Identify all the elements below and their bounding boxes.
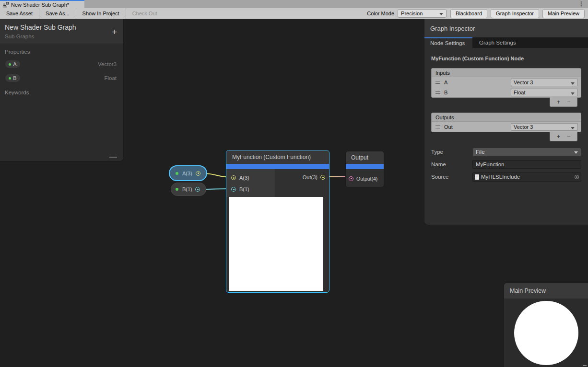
chevron-down-icon (439, 13, 443, 15)
main-preview-toggle-button[interactable]: Main Preview (542, 9, 585, 18)
chevron-down-icon (571, 127, 575, 129)
property-node-b[interactable]: B(1) (171, 183, 206, 196)
blackboard-property-row-b[interactable]: B Float (5, 74, 123, 82)
remove-output-button[interactable]: − (567, 133, 571, 139)
property-b-output-port[interactable] (195, 187, 200, 192)
add-input-button[interactable]: + (556, 99, 560, 105)
myfunction-input-b-row: B(1) (226, 184, 275, 195)
main-preview-panel: Main Preview (504, 283, 588, 367)
tab-graph-settings[interactable]: Graph Settings (472, 37, 523, 48)
property-pill-b[interactable]: B (5, 74, 21, 82)
blackboard-header[interactable]: New Shader Sub Graph Sub Graphs + (0, 19, 123, 44)
output-node-title[interactable]: Output (346, 151, 384, 164)
color-mode-label: Color Mode (367, 11, 394, 16)
input-b-name: B (444, 90, 447, 95)
exposed-dot-icon (9, 63, 11, 66)
blackboard-subtitle: Sub Graphs (5, 34, 123, 39)
color-mode-dropdown[interactable]: Precision (398, 9, 447, 18)
source-value: MyHLSLInclude (481, 174, 520, 180)
object-picker-icon[interactable] (575, 175, 579, 179)
myfunction-input-a-label: A(3) (239, 175, 249, 181)
graph-inspector-title[interactable]: Graph Inspector (424, 19, 588, 37)
graph-canvas[interactable]: A(3) B(1) MyFunction (Custom Function) A… (0, 19, 588, 367)
save-as-button[interactable]: Save As... (39, 8, 76, 19)
drag-handle-icon[interactable] (435, 91, 440, 94)
document-tab[interactable]: New Shader Sub Graph* (0, 0, 84, 8)
output-node[interactable]: Output Output(4) (345, 151, 384, 187)
outputs-list: Outputs Out Vector 3 (431, 113, 581, 132)
type-label: Type (431, 149, 472, 155)
type-value: File (476, 149, 485, 155)
blackboard-toggle-button[interactable]: Blackboard (450, 9, 487, 18)
remove-input-button[interactable]: − (567, 99, 571, 105)
type-field-row: Type File (431, 147, 581, 157)
property-node-a-label: A(3) (182, 171, 192, 176)
shader-graph-icon (3, 2, 9, 8)
inspector-node-heading: MyFunction (Custom Function) Node (431, 56, 581, 61)
add-property-button[interactable]: + (112, 28, 117, 36)
graph-inspector-toggle-button[interactable]: Graph Inspector (491, 9, 539, 18)
output-node-port-label: Output(4) (356, 176, 377, 182)
property-b-type: Float (104, 75, 117, 81)
outputs-list-header: Outputs (432, 113, 581, 122)
add-output-button[interactable]: + (556, 133, 560, 139)
properties-section-label: Properties (0, 49, 123, 55)
myfunction-outputs-column: Out(3) (275, 169, 329, 197)
drag-handle-icon[interactable] (435, 81, 440, 84)
myfunction-node-title[interactable]: MyFunction (Custom Function) (226, 150, 329, 164)
myfunction-input-b-port[interactable] (231, 187, 236, 192)
myfunction-inputs-column: A(3) B(1) (226, 169, 275, 197)
inspector-content: MyFunction (Custom Function) Node Inputs… (424, 56, 588, 182)
node-accent-strip (346, 164, 384, 169)
exposed-dot-icon (9, 77, 11, 80)
inputs-row-b[interactable]: B Float (432, 87, 581, 97)
input-a-type-dropdown[interactable]: Vector 3 (511, 79, 578, 86)
show-in-project-button[interactable]: Show In Project (76, 8, 126, 19)
output-node-input-port[interactable] (349, 176, 353, 181)
input-b-type-dropdown[interactable]: Float (511, 89, 578, 96)
blackboard-property-row-a[interactable]: A Vector3 (5, 60, 123, 69)
exposed-dot-icon (176, 172, 178, 175)
myfunction-output-port[interactable] (320, 175, 325, 180)
tab-node-settings[interactable]: Node Settings (424, 37, 472, 48)
name-field[interactable]: MyFunction (472, 160, 581, 169)
window-tab-strip: New Shader Sub Graph* ⋮ (0, 0, 588, 8)
output-out-name: Out (444, 124, 453, 130)
save-asset-button[interactable]: Save Asset (0, 8, 39, 19)
check-out-button: Check Out (126, 8, 164, 19)
myfunction-input-a-port[interactable] (231, 175, 236, 180)
myfunction-output-row: Out(3) (275, 172, 329, 183)
type-dropdown[interactable]: File (472, 148, 581, 157)
preview-sphere (514, 301, 578, 365)
property-a-name: A (13, 61, 16, 67)
property-b-name: B (13, 75, 16, 81)
main-preview-title[interactable]: Main Preview (504, 283, 588, 298)
chevron-down-icon (574, 151, 578, 154)
source-field-row: Source MyHLSLInclude (431, 172, 581, 182)
name-label: Name (431, 161, 472, 167)
blackboard-resize-handle[interactable] (109, 157, 117, 158)
source-object-field[interactable]: MyHLSLInclude (472, 172, 581, 182)
property-node-a[interactable]: A(3) (169, 165, 207, 181)
output-out-type-dropdown[interactable]: Vector 3 (511, 123, 578, 131)
property-a-type: Vector3 (98, 61, 117, 67)
myfunction-node[interactable]: MyFunction (Custom Function) A(3) B(1) O… (226, 150, 329, 293)
chevron-down-icon (571, 92, 575, 95)
property-a-output-port[interactable] (196, 171, 200, 176)
property-node-b-label: B(1) (182, 186, 192, 192)
tab-title: New Shader Sub Graph* (11, 2, 69, 8)
inputs-list-footer: + − (550, 97, 577, 107)
window-menu-icon[interactable]: ⋮ (578, 0, 584, 8)
property-pill-a[interactable]: A (5, 60, 21, 69)
source-label: Source (431, 174, 472, 180)
exposed-dot-icon (176, 188, 178, 191)
file-icon (475, 174, 479, 180)
outputs-row-out[interactable]: Out Vector 3 (432, 122, 581, 132)
graph-inspector-panel: Graph Inspector Node Settings Graph Sett… (424, 19, 588, 225)
color-mode-value: Precision (401, 11, 423, 16)
myfunction-port-area: A(3) B(1) Out(3) (226, 169, 329, 197)
inputs-row-a[interactable]: A Vector 3 (432, 77, 581, 87)
input-b-type-value: Float (514, 90, 525, 95)
drag-handle-icon[interactable] (435, 126, 440, 128)
preview-resize-handle[interactable] (583, 365, 587, 366)
